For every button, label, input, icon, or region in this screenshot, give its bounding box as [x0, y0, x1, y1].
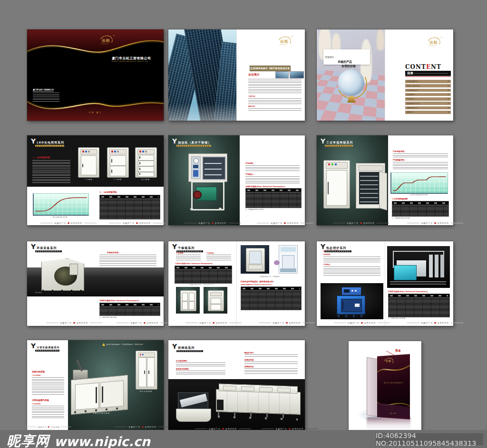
header-y-mark: Y	[31, 138, 36, 144]
door-handle	[96, 387, 97, 403]
industrial-oven-open	[356, 163, 385, 209]
philosophy-card: 经营理念： 卓越的产品 合理的价格	[323, 49, 370, 65]
incubator-spec-table	[241, 286, 302, 310]
intro-paragraph-2	[248, 98, 302, 104]
intro-paragraph	[248, 79, 302, 94]
header-y-mark: Y	[31, 243, 36, 250]
led-description	[32, 160, 70, 184]
toc-label: 环保设备系列	[407, 94, 415, 95]
page-seam	[385, 241, 385, 326]
image-id-badge: ID:4062394 NO:20110511095845438313	[376, 433, 483, 445]
slogan-b: 合理的价格	[364, 322, 376, 324]
product-photo-panel: 若有客户特殊规格要求，均可量身定做设计，满足客户需求。 非标电热烤箱 大型非标燃…	[68, 340, 164, 433]
furnace-legs	[338, 314, 363, 317]
header-title: 热处理炉系列	[326, 247, 346, 249]
table-note: 注：规格可按客户要求定做。	[99, 316, 118, 318]
slogan-a: 卓越的产品	[348, 322, 360, 324]
header-y-mark: Y	[321, 138, 325, 144]
brand-logo: 云松 YUNSONG ®	[277, 36, 293, 48]
page-footer-slogan: 卓越的产品合理的价格	[117, 322, 173, 324]
heat-features-text	[323, 267, 380, 277]
industrial-oven-closed	[323, 160, 350, 209]
panel-slab	[429, 255, 433, 277]
page-seam	[236, 241, 237, 326]
thumb-photo-2	[290, 72, 303, 78]
intro-paragraph-3	[248, 108, 302, 112]
page-header: Y 烘烤线系列	[172, 343, 203, 352]
toc-page: 04	[448, 89, 449, 91]
furnace-controller	[341, 287, 361, 295]
led-section-2: 二、LED烤箱规格	[99, 191, 117, 193]
toc-label: 恒温恒湿培养箱系列	[407, 103, 419, 105]
booth-control-box	[69, 264, 78, 275]
spread-industrial-ovens: Y 工业常规烤箱系列 卓越的产品合理的价格 产品用途说明： 产品配置说明： 工业…	[317, 135, 453, 225]
intro-subhead-1: 主要产品：	[248, 95, 257, 97]
loader-base	[176, 409, 211, 422]
slogan-b: 合理的价格	[363, 222, 375, 224]
spread-cover: 云松 YUNSONG ® 厦门市云松工贸有限公司 XIAMEN YUNSONG …	[27, 29, 164, 121]
incubator-series-head: 恒温恒湿培养箱系列（新型液晶显示型）	[241, 280, 275, 283]
page-header: Y LED光电照明系列	[31, 138, 64, 147]
incubator-top-panel	[281, 247, 296, 252]
warning-triangle-icon	[102, 343, 105, 346]
brand-logo: 云松 YUNSONG ®	[426, 37, 442, 48]
oven-control-column	[191, 156, 201, 179]
intro-heading: 企业简介	[248, 73, 260, 77]
header-gold-bar	[35, 145, 64, 147]
environment-description	[99, 255, 156, 266]
rail	[390, 284, 446, 285]
chart-caption: 工业烤箱温度曲线示意图	[390, 194, 447, 196]
skyscraper-photo	[168, 29, 236, 121]
brand-logo-swoosh-icon	[276, 35, 292, 49]
header-y-mark: Y	[321, 243, 325, 250]
industrial-description	[393, 153, 448, 157]
spread-company-introduce: 云松 YUNSONG ® COMPANY INTRODUCE 企业简介 主要产品…	[168, 29, 305, 121]
furnace-nameplate	[355, 304, 360, 307]
spread-nonstandard-ovens: 若有客户特殊规格要求，均可量身定做设计，满足客户需求。 非标电热烤箱 大型非标燃…	[27, 340, 164, 433]
mockup-reflection	[367, 417, 410, 431]
cover-company-name: 厦门市云松工贸有限公司	[112, 56, 159, 61]
furnace-body	[337, 295, 365, 315]
red-dot-icon	[48, 426, 49, 428]
header-dark-bar	[176, 350, 203, 352]
header-y-mark: Y	[172, 138, 177, 144]
toc-page: 08	[448, 107, 449, 109]
tunnel-hatch	[277, 387, 291, 392]
incubator-base	[280, 268, 296, 272]
header-title: LED光电照明系列	[37, 141, 64, 144]
loader-machine	[176, 392, 211, 422]
slogan-b: 合理的价格	[50, 426, 60, 428]
brochure-mockup-card: 烫金 云松 厦门市云松工贸有限公司 中国·厦门	[349, 341, 421, 433]
contents-title-part: NT	[431, 64, 441, 70]
header-dark-bar	[176, 250, 203, 252]
registered-mark: ®	[441, 37, 443, 38]
spread-led-series: Y LED光电照明系列 一、LED烤箱说明 一门烤箱 二门烤箱 四门烤箱 烤箱温…	[27, 135, 164, 225]
spread-vacuum-oven: Y 抽油机（真空干燥箱） 卓越的产品合理的价格 产品说明： 产品特点：	[168, 135, 305, 225]
registered-mark: ®	[292, 36, 293, 38]
contents-title: CONTENT	[405, 64, 441, 70]
custom-note-line: 若有客户特殊规格要求，均可量身定做设计，满足客户需求。	[102, 343, 145, 346]
environment-spec-table	[99, 303, 160, 316]
oven-interior	[359, 172, 379, 204]
industrial-section-2: 产品配置说明：	[393, 159, 406, 161]
led-section-1: 一、LED烤箱说明	[32, 156, 50, 159]
baking-r1-head: 隧道炉系列：	[244, 352, 255, 354]
open-door	[379, 171, 387, 210]
controller-knob	[355, 290, 357, 292]
header-title: 大型非标烤箱系列	[37, 346, 59, 349]
registered-mark: ®	[113, 35, 115, 37]
nonstandard-section-2: 大型非标燃气烤箱	[32, 399, 49, 401]
panel-slab	[435, 255, 438, 277]
baking-l1-head: 红外线烘烤线：	[176, 360, 189, 362]
brochure-front-cover: 云松 厦门市云松工贸有限公司 中国·厦门	[377, 354, 410, 419]
slogan-b: 合理的价格	[438, 322, 449, 324]
red-dot-icon	[434, 222, 436, 224]
page-header: Y 环保设备系列	[31, 243, 62, 252]
heat-spec-head: 主要技术参数(Main Technical Parameters)	[388, 290, 428, 293]
controller-screen	[344, 289, 350, 293]
led-spec-table	[99, 195, 160, 219]
leader-dots	[415, 73, 448, 74]
incubator-body	[279, 245, 298, 274]
heat-sub-2: 产品特点：	[323, 264, 332, 266]
nonstandard-sub-2: 产品介绍说明：	[32, 403, 42, 405]
